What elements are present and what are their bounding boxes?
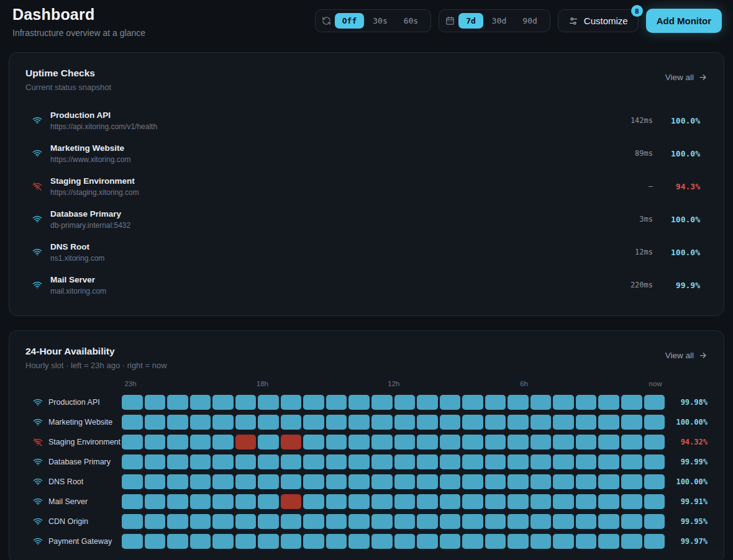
availability-slot[interactable] (462, 474, 483, 489)
availability-slot[interactable] (417, 415, 438, 430)
customize-button[interactable]: Customize 8 (558, 9, 639, 32)
availability-slot[interactable] (440, 494, 461, 509)
availability-slot[interactable] (598, 474, 619, 489)
availability-slot[interactable] (190, 534, 211, 549)
availability-slot[interactable] (644, 454, 665, 469)
availability-slot[interactable] (348, 514, 370, 529)
availability-slot[interactable] (348, 395, 370, 410)
availability-slot[interactable] (371, 435, 393, 449)
availability-slot[interactable] (576, 435, 597, 449)
availability-slot[interactable] (598, 534, 619, 549)
availability-slot[interactable] (212, 435, 234, 449)
availability-slot[interactable] (485, 415, 506, 430)
availability-slot[interactable] (644, 474, 665, 489)
availability-slot[interactable] (348, 494, 370, 509)
availability-slot[interactable] (485, 534, 506, 549)
availability-slot[interactable] (145, 395, 166, 410)
availability-slot[interactable] (576, 454, 597, 469)
range-option-30d[interactable]: 30d (485, 13, 514, 29)
availability-slot[interactable] (303, 494, 324, 509)
availability-slot[interactable] (281, 435, 302, 449)
availability-slot[interactable] (145, 474, 166, 489)
monitor-row[interactable]: Mail Server mail.xitoring.com 220ms 99.9… (25, 269, 708, 302)
availability-slot[interactable] (258, 435, 279, 449)
availability-slot[interactable] (326, 395, 347, 410)
availability-slot[interactable] (235, 494, 257, 509)
availability-slot[interactable] (553, 395, 574, 410)
availability-slot[interactable] (190, 454, 211, 469)
availability-slot[interactable] (326, 514, 347, 529)
availability-slot[interactable] (440, 395, 461, 410)
availability-slot[interactable] (462, 494, 483, 509)
availability-slot[interactable] (644, 415, 665, 430)
availability-slot[interactable] (326, 534, 347, 549)
availability-slot[interactable] (462, 435, 483, 449)
availability-slot[interactable] (530, 534, 552, 549)
availability-slot[interactable] (598, 494, 619, 509)
availability-slot[interactable] (190, 494, 211, 509)
availability-slot[interactable] (417, 534, 438, 549)
availability-slot[interactable] (530, 395, 552, 410)
availability-slot[interactable] (167, 494, 188, 509)
availability-slot[interactable] (576, 494, 597, 509)
availability-slot[interactable] (303, 395, 324, 410)
availability-slot[interactable] (440, 534, 461, 549)
availability-slot[interactable] (326, 415, 347, 430)
availability-slot[interactable] (235, 534, 257, 549)
availability-slot[interactable] (235, 435, 257, 449)
availability-slot[interactable] (326, 474, 347, 489)
availability-slot[interactable] (303, 514, 324, 529)
availability-slot[interactable] (303, 415, 324, 430)
availability-slot[interactable] (145, 534, 166, 549)
availability-slot[interactable] (371, 395, 393, 410)
availability-slot[interactable] (644, 494, 665, 509)
availability-slot[interactable] (235, 395, 257, 410)
availability-slot[interactable] (440, 435, 461, 449)
availability-slot[interactable] (303, 435, 324, 449)
availability-slot[interactable] (417, 454, 438, 469)
availability-slot[interactable] (621, 534, 642, 549)
availability-slot[interactable] (530, 415, 552, 430)
availability-slot[interactable] (576, 534, 597, 549)
availability-slot[interactable] (621, 454, 642, 469)
availability-slot[interactable] (190, 415, 211, 430)
availability-slot[interactable] (621, 435, 642, 449)
availability-slot[interactable] (258, 454, 279, 469)
availability-slot[interactable] (303, 474, 324, 489)
availability-slot[interactable] (508, 454, 529, 469)
availability-slot[interactable] (485, 514, 506, 529)
availability-slot[interactable] (644, 435, 665, 449)
availability-slot[interactable] (212, 494, 234, 509)
availability-slot[interactable] (122, 474, 143, 489)
availability-slot[interactable] (553, 514, 574, 529)
monitor-row[interactable]: Staging Environment https://staging.xito… (25, 170, 708, 203)
availability-slot[interactable] (417, 395, 438, 410)
refresh-option-off[interactable]: Off (335, 13, 364, 29)
availability-slot[interactable] (553, 454, 574, 469)
availability-slot[interactable] (417, 435, 438, 449)
availability-slot[interactable] (508, 415, 529, 430)
availability-slot[interactable] (553, 474, 574, 489)
availability-slot[interactable] (212, 474, 234, 489)
availability-slot[interactable] (371, 474, 393, 489)
availability-slot[interactable] (303, 534, 324, 549)
availability-slot[interactable] (440, 454, 461, 469)
availability-slot[interactable] (553, 494, 574, 509)
availability-slot[interactable] (598, 454, 619, 469)
availability-slot[interactable] (281, 534, 302, 549)
availability-slot[interactable] (417, 474, 438, 489)
availability-slot[interactable] (145, 514, 166, 529)
availability-slot[interactable] (371, 494, 393, 509)
availability-slot[interactable] (508, 395, 529, 410)
availability-slot[interactable] (212, 415, 234, 430)
availability-slot[interactable] (303, 454, 324, 469)
availability-slot[interactable] (348, 534, 370, 549)
monitor-row[interactable]: Production API https://api.xitoring.com/… (25, 104, 708, 137)
availability-slot[interactable] (621, 514, 642, 529)
availability-slot[interactable] (371, 415, 393, 430)
availability-slot[interactable] (212, 514, 234, 529)
range-option-7d[interactable]: 7d (458, 13, 483, 29)
availability-slot[interactable] (348, 435, 370, 449)
availability-slot[interactable] (167, 435, 188, 449)
refresh-option-60s[interactable]: 60s (396, 13, 426, 29)
